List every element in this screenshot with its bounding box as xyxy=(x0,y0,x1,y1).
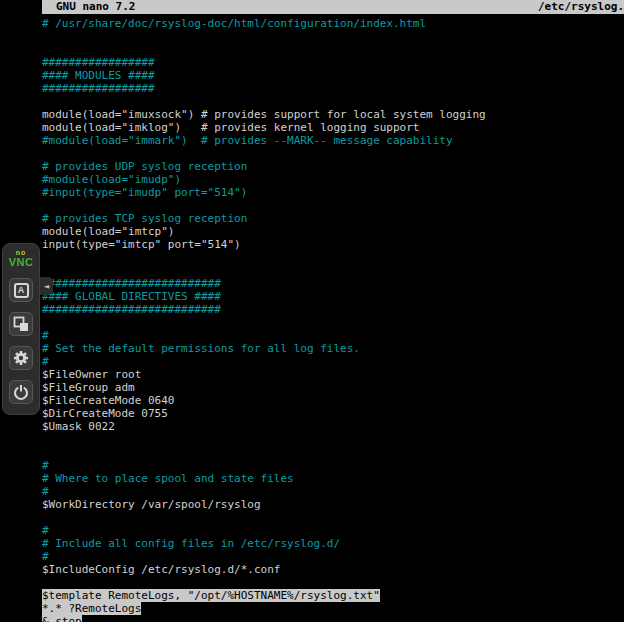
editor-line-text: module(load="imtcp") xyxy=(42,225,174,238)
editor-line-text: $DirCreateMode 0755 xyxy=(42,407,168,420)
editor-line-text: # Include all config files in /etc/rsysl… xyxy=(42,537,340,550)
editor-line: #### MODULES #### xyxy=(42,69,624,82)
editor-line-text: $FileOwner root xyxy=(42,368,141,381)
editor-line: $FileCreateMode 0640 xyxy=(42,394,624,407)
editor-line: # xyxy=(42,459,624,472)
editor-line: # xyxy=(42,329,624,342)
editor-line xyxy=(42,264,624,277)
editor-line xyxy=(42,30,624,43)
editor-line-text: # xyxy=(42,355,49,368)
control-bar-handle[interactable]: ◄ xyxy=(40,277,53,295)
editor-line: module(load="imtcp") xyxy=(42,225,624,238)
editor-line: # xyxy=(42,355,624,368)
editor-line-text: module(load="imklog") # provides kernel … xyxy=(42,121,420,134)
power-button[interactable] xyxy=(9,380,33,404)
editor-line-text: # xyxy=(42,524,49,537)
editor-line-text: # Set the default permissions for all lo… xyxy=(42,342,360,355)
editor-line-text: # xyxy=(42,485,49,498)
editor-line: # xyxy=(42,550,624,563)
editor-line-text: #module(load="immark") # provides --MARK… xyxy=(42,134,453,147)
editor-line-text: #module(load="imudp") xyxy=(42,173,181,186)
editor-line-text: input(type="imtcp" port="514") xyxy=(42,238,241,251)
editor-line-text: $IncludeConfig /etc/rsyslog.d/*.conf xyxy=(42,563,280,576)
editor-line xyxy=(42,95,624,108)
editor-line: # Include all config files in /etc/rsysl… xyxy=(42,537,624,550)
editor-line-text: #### GLOBAL DIRECTIVES #### xyxy=(42,290,221,303)
novnc-logo-vnc: VNC xyxy=(9,257,34,268)
extra-keys-button[interactable]: A xyxy=(9,278,33,302)
novnc-logo: no VNC xyxy=(9,249,34,268)
editor-line xyxy=(42,43,624,56)
editor-line: $FileOwner root xyxy=(42,368,624,381)
editor-line-text: ################# xyxy=(42,82,155,95)
editor-line: # /usr/share/doc/rsyslog-doc/html/config… xyxy=(42,17,624,30)
editor-line-text: # xyxy=(42,550,49,563)
terminal-screen[interactable]: GNU nano 7.2 /etc/rsyslog. # /usr/share/… xyxy=(42,0,624,622)
editor-line: input(type="imtcp" port="514") xyxy=(42,238,624,251)
editor-line: *.* ?RemoteLogs xyxy=(42,602,624,615)
editor-line-text: ################# xyxy=(42,56,155,69)
editor-line-text: $Umask 0022 xyxy=(42,420,115,433)
editor-line-text: ########################### xyxy=(42,303,221,316)
novnc-viewport: { "titlebar": { "app": "GNU nano 7.2", "… xyxy=(0,0,624,622)
gear-icon xyxy=(13,350,29,366)
editor-line-text: #input(type="imudp" port="514") xyxy=(42,186,247,199)
editor-line xyxy=(42,199,624,212)
nano-filename-label: /etc/rsyslog. xyxy=(538,0,624,14)
fullscreen-button[interactable] xyxy=(9,312,33,336)
keyboard-a-key-icon: A xyxy=(14,283,29,298)
editor-line: $IncludeConfig /etc/rsyslog.d/*.conf xyxy=(42,563,624,576)
editor-line: module(load="imuxsock") # provides suppo… xyxy=(42,108,624,121)
editor-line xyxy=(42,433,624,446)
editor-line-text: # xyxy=(42,459,49,472)
editor-line xyxy=(42,251,624,264)
editor-line-text: # /usr/share/doc/rsyslog-doc/html/config… xyxy=(42,17,426,30)
editor-line xyxy=(42,147,624,160)
editor-line: & stop xyxy=(42,615,624,622)
fullscreen-icon xyxy=(13,316,29,332)
editor-line: $DirCreateMode 0755 xyxy=(42,407,624,420)
editor-line: $FileGroup adm xyxy=(42,381,624,394)
editor-line xyxy=(42,316,624,329)
power-icon xyxy=(13,384,29,400)
editor-line: ################# xyxy=(42,56,624,69)
nano-version-label: GNU nano 7.2 xyxy=(56,0,135,14)
editor-content[interactable]: # /usr/share/doc/rsyslog-doc/html/config… xyxy=(42,14,624,622)
editor-line: # Where to place spool and state files xyxy=(42,472,624,485)
editor-line: #module(load="imudp") xyxy=(42,173,624,186)
settings-button[interactable] xyxy=(9,346,33,370)
editor-line xyxy=(42,511,624,524)
editor-line-text: $FileCreateMode 0640 xyxy=(42,394,174,407)
editor-line: # xyxy=(42,524,624,537)
editor-line: ########################### xyxy=(42,303,624,316)
editor-line xyxy=(42,446,624,459)
editor-line: # provides UDP syslog reception xyxy=(42,160,624,173)
editor-line: #input(type="imudp" port="514") xyxy=(42,186,624,199)
editor-line-text: # xyxy=(42,329,49,342)
editor-line: module(load="imklog") # provides kernel … xyxy=(42,121,624,134)
editor-line-text: ########################### xyxy=(42,277,221,290)
editor-line: $WorkDirectory /var/spool/rsyslog xyxy=(42,498,624,511)
editor-line-text: module(load="imuxsock") # provides suppo… xyxy=(42,108,486,121)
editor-line: # xyxy=(42,485,624,498)
editor-line: $template RemoteLogs, "/opt/%HOSTNAME%/r… xyxy=(42,589,624,602)
editor-line: # Set the default permissions for all lo… xyxy=(42,342,624,355)
editor-line xyxy=(42,576,624,589)
editor-line-text: & stop xyxy=(42,615,82,622)
editor-line: # provides TCP syslog reception xyxy=(42,212,624,225)
editor-line-text: $WorkDirectory /var/spool/rsyslog xyxy=(42,498,261,511)
editor-line-text: # provides TCP syslog reception xyxy=(42,212,247,225)
novnc-control-bar: no VNC A xyxy=(2,243,40,415)
editor-line: ########################### xyxy=(42,277,624,290)
editor-line: ################# xyxy=(42,82,624,95)
editor-line-text: $template RemoteLogs, "/opt/%HOSTNAME%/r… xyxy=(42,589,380,602)
novnc-logo-no: no xyxy=(9,249,34,256)
editor-line-text: *.* ?RemoteLogs xyxy=(42,602,141,615)
editor-line: #### GLOBAL DIRECTIVES #### xyxy=(42,290,624,303)
editor-line: $Umask 0022 xyxy=(42,420,624,433)
editor-line-text: # Where to place spool and state files xyxy=(42,472,294,485)
nano-titlebar: GNU nano 7.2 /etc/rsyslog. xyxy=(42,0,624,14)
editor-line: #module(load="immark") # provides --MARK… xyxy=(42,134,624,147)
editor-line-text: $FileGroup adm xyxy=(42,381,135,394)
editor-line-text: #### MODULES #### xyxy=(42,69,155,82)
